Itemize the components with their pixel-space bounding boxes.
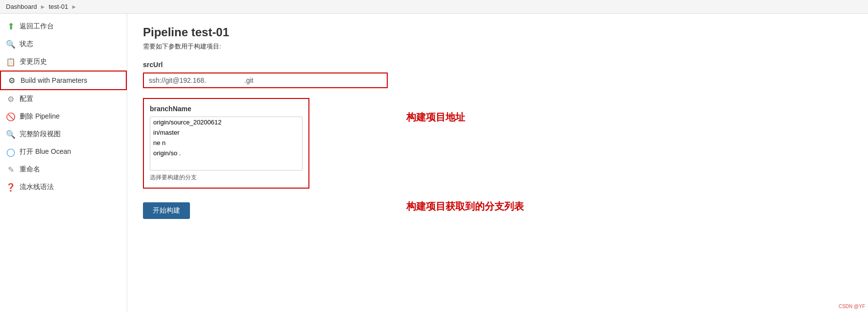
page-subtitle: 需要如下参数用于构建项目: — [143, 42, 852, 51]
branch-label: branchName — [150, 105, 303, 113]
breadcrumb-test01[interactable]: test-01 — [49, 3, 69, 10]
gear-icon: ⚙ — [6, 94, 16, 104]
blue-ocean-icon: ◯ — [6, 147, 16, 157]
sidebar-label-rename: 重命名 — [20, 165, 40, 174]
branch-option-3[interactable]: origin/so . — [150, 148, 302, 158]
sidebar: ⬆ 返回工作台 🔍 状态 📋 变更历史 ⚙ Build with Paramet… — [0, 14, 127, 312]
rename-icon: ✎ — [6, 165, 16, 174]
sidebar-label-ocean: 打开 Blue Ocean — [20, 147, 71, 156]
sidebar-item-back-workspace[interactable]: ⬆ 返回工作台 — [0, 18, 127, 35]
build-button[interactable]: 开始构建 — [143, 202, 190, 219]
sidebar-item-change-history[interactable]: 📋 变更历史 — [0, 53, 127, 71]
branch-section: branchName origin/source_20200612 in/mas… — [143, 98, 309, 189]
sidebar-label-history: 变更历史 — [20, 57, 47, 66]
sidebar-item-build-with-parameters[interactable]: ⚙ Build with Parameters — [0, 71, 127, 90]
srcurl-input[interactable] — [143, 72, 388, 88]
sidebar-item-pipeline-syntax[interactable]: ❓ 流水线语法 — [0, 178, 127, 196]
list-icon-history: 📋 — [6, 57, 16, 67]
help-icon: ❓ — [6, 182, 16, 192]
sidebar-label-build: Build with Parameters — [21, 76, 87, 84]
sidebar-item-blue-ocean[interactable]: ◯ 打开 Blue Ocean — [0, 143, 127, 161]
branch-option-2[interactable]: ne n — [150, 138, 302, 148]
page-title: Pipeline test-01 — [143, 25, 852, 39]
breadcrumb: Dashboard ► test-01 ► — [0, 0, 868, 14]
branch-listbox[interactable]: origin/source_20200612 in/master ne n or… — [150, 117, 303, 170]
main-content: Pipeline test-01 需要如下参数用于构建项目: srcUrl br… — [127, 14, 868, 231]
sidebar-label-config: 配置 — [20, 95, 33, 103]
arrow-up-icon: ⬆ — [6, 22, 16, 31]
sidebar-label-stage: 完整阶段视图 — [20, 130, 61, 139]
breadcrumb-sep-1: ► — [40, 3, 46, 10]
sidebar-label-delete: 删除 Pipeline — [20, 112, 60, 121]
srcurl-label: srcUrl — [143, 61, 852, 69]
branch-option-1[interactable]: in/master — [150, 127, 302, 138]
sidebar-item-status[interactable]: 🔍 状态 — [0, 35, 127, 53]
breadcrumb-dashboard[interactable]: Dashboard — [6, 3, 37, 10]
watermark: CSDN @YF — [839, 304, 865, 309]
no-icon: 🚫 — [6, 112, 16, 121]
branch-hint: 选择要构建的分支 — [150, 173, 303, 182]
build-icon: ⚙ — [7, 75, 17, 85]
breadcrumb-sep-2: ► — [71, 3, 77, 10]
sidebar-label-syntax: 流水线语法 — [20, 183, 54, 192]
sidebar-label-status: 状态 — [20, 40, 33, 48]
sidebar-label-back: 返回工作台 — [20, 22, 54, 31]
sidebar-item-config[interactable]: ⚙ 配置 — [0, 90, 127, 108]
sidebar-item-rename[interactable]: ✎ 重命名 — [0, 161, 127, 178]
search-icon-stage: 🔍 — [6, 129, 16, 139]
sidebar-item-full-stage-view[interactable]: 🔍 完整阶段视图 — [0, 125, 127, 143]
branch-option-0[interactable]: origin/source_20200612 — [150, 117, 302, 127]
sidebar-item-delete-pipeline[interactable]: 🚫 删除 Pipeline — [0, 108, 127, 125]
search-icon-status: 🔍 — [6, 39, 16, 49]
